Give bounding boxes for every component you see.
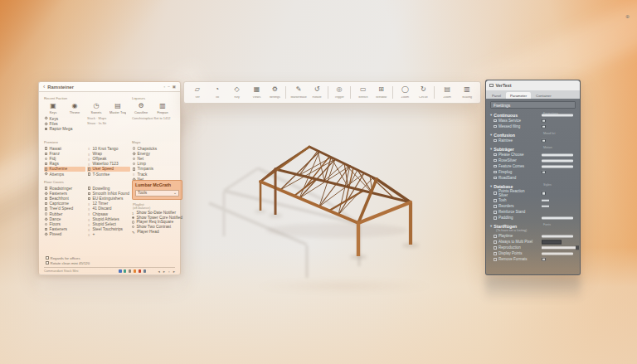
property-row[interactable]: Reorders	[490, 203, 576, 209]
tools-dropdown[interactable]: Tools ⌄	[135, 190, 179, 197]
list-item[interactable]: Fasteners	[44, 227, 85, 232]
checkbox[interactable]	[494, 177, 497, 180]
window-control-icon[interactable]: –	[168, 85, 170, 89]
property-value-widget[interactable]	[542, 240, 562, 244]
property-row[interactable]: Reproduction	[490, 245, 576, 250]
properties-tab[interactable]: Container	[532, 92, 556, 99]
property-row[interactable]: Reinforce Stand	[490, 209, 576, 215]
list-item[interactable]: Stupid Select	[87, 221, 130, 226]
checkbox[interactable]	[494, 119, 497, 123]
property-value-widget[interactable]	[542, 138, 546, 143]
window-control-icon[interactable]: ▫	[164, 85, 166, 89]
chevron-down-icon[interactable]: ▾	[490, 133, 492, 137]
checkbox[interactable]	[46, 256, 49, 260]
property-value-widget[interactable]	[542, 153, 573, 156]
pager-icon[interactable]: ◂	[158, 269, 159, 274]
checkbox[interactable]	[494, 235, 497, 238]
toolbar-button[interactable]: ▭ Stretch	[353, 86, 373, 99]
toolbar-button[interactable]: ⊞ Window	[373, 86, 393, 99]
checkbox[interactable]	[494, 125, 497, 129]
toolbar-button[interactable]: ⚙ Settings	[266, 86, 286, 99]
checkbox[interactable]	[494, 199, 497, 202]
toolbar-button[interactable]: ▤ Zoom	[437, 86, 457, 99]
status-icon[interactable]	[143, 269, 147, 273]
list-item[interactable]: Floors	[44, 221, 85, 226]
chevron-down-icon[interactable]: ▾	[490, 147, 492, 151]
list-item[interactable]: Net	[132, 156, 175, 161]
property-row[interactable]: Display Points	[490, 250, 576, 256]
checkbox[interactable]	[494, 240, 497, 244]
toolbar-button[interactable]: ↻ Circuit	[415, 86, 435, 99]
toolbar-button[interactable]: ✎ Markerbase	[289, 86, 309, 99]
property-row[interactable]: RoadSand	[490, 175, 576, 181]
checkbox[interactable]	[494, 171, 497, 174]
property-row[interactable]: Tosh	[490, 197, 576, 203]
property-row[interactable]: Paddling	[490, 215, 576, 221]
playlist-item[interactable]: Show Tower Core Notified	[132, 215, 182, 220]
toolbar-button[interactable]: ▥ Scaling	[457, 86, 477, 99]
properties-tab[interactable]: Parameter	[506, 92, 531, 99]
toolbar-button[interactable]: ◯ Zoom	[396, 86, 416, 99]
palette-big-button[interactable]: ◷ Sweets	[88, 102, 105, 114]
property-row[interactable]: Playtime	[490, 233, 576, 239]
list-item[interactable]: Fidj	[44, 156, 85, 161]
list-item[interactable]: Limp	[132, 162, 175, 167]
list-item[interactable]: Pixeed	[44, 232, 85, 237]
checkbox[interactable]	[494, 211, 497, 214]
properties-tab[interactable]: Panel	[488, 92, 505, 99]
status-icon[interactable]	[124, 269, 127, 273]
property-row[interactable]: Remove Formats	[490, 256, 576, 262]
list-item[interactable]: +	[87, 232, 130, 237]
property-value-widget[interactable]	[542, 124, 546, 129]
property-row[interactable]: Feature Comes	[490, 163, 576, 169]
list-item[interactable]: EU Extinguishers	[87, 196, 130, 201]
property-row[interactable]: Raintree	[490, 138, 576, 143]
settings-field[interactable]: Fsettings	[490, 101, 576, 109]
property-row[interactable]: RoseSilver	[490, 158, 576, 163]
toolbar-button[interactable]: ↺ Rotate	[309, 86, 328, 99]
list-item[interactable]: Rags	[44, 162, 85, 167]
checkbox[interactable]	[494, 205, 497, 208]
list-item[interactable]: Offpeak	[87, 156, 130, 161]
toolbar-button[interactable]: ▦ Views	[247, 86, 267, 99]
pager-icon[interactable]: ▫	[168, 269, 170, 274]
property-value-widget[interactable]	[542, 258, 546, 262]
list-item[interactable]: T-Sunrise	[87, 172, 130, 177]
checkbox[interactable]	[494, 252, 497, 255]
checkbox[interactable]	[494, 192, 497, 195]
status-icon[interactable]	[139, 269, 142, 273]
property-value-widget[interactable]	[542, 216, 573, 219]
property-value-widget[interactable]	[542, 159, 573, 162]
left-window-titlebar[interactable]: ‹ Ramsteiner ▫–▣	[39, 82, 180, 92]
property-value-widget[interactable]	[542, 246, 578, 250]
property-value-widget[interactable]	[542, 119, 546, 123]
checkbox[interactable]	[494, 139, 497, 143]
window-control-icon[interactable]: ▣	[173, 85, 176, 89]
section-header-row[interactable]: ▾ Confusion Mood list	[490, 132, 576, 138]
pager-icon[interactable]: ▸	[163, 269, 165, 274]
chevron-down-icon[interactable]: ▾	[490, 224, 492, 228]
back-icon[interactable]: ‹	[43, 84, 45, 90]
property-value-widget[interactable]	[542, 252, 573, 255]
status-icon[interactable]	[119, 269, 122, 273]
property-value-widget[interactable]	[542, 206, 549, 208]
section-header-row[interactable]: ▾ StartRügen Fonts	[490, 223, 576, 229]
checkbox[interactable]	[494, 258, 497, 261]
section-header-row[interactable]: ▾ Continuous Formations	[490, 112, 576, 118]
palette-big-button[interactable]: ▥ Firepan	[154, 102, 171, 114]
viewport-3d[interactable]	[183, 104, 482, 280]
status-icon[interactable]	[129, 269, 132, 273]
checkbox[interactable]	[46, 261, 49, 265]
list-item[interactable]: Beachfront	[44, 196, 85, 201]
status-icon[interactable]	[134, 269, 137, 273]
playlist-item[interactable]: Show So-Date Notifier	[132, 211, 182, 216]
toolbar-button[interactable]: ◎ Trigger	[331, 86, 351, 99]
property-row[interactable]: Please Choose	[490, 152, 576, 158]
list-item[interactable]: Capricorne	[44, 201, 85, 206]
palette-big-button[interactable]: ▤ Master Trays	[109, 102, 126, 114]
active-tool-box[interactable]: Lumbar McGrath Tools ⌄	[132, 180, 182, 200]
pager-icon[interactable]: ▸	[173, 269, 175, 274]
property-row[interactable]: Always to Multi Pixel	[490, 239, 576, 245]
chevron-down-icon[interactable]: ▾	[490, 113, 492, 117]
list-item[interactable]: 12 Timer	[87, 201, 130, 206]
